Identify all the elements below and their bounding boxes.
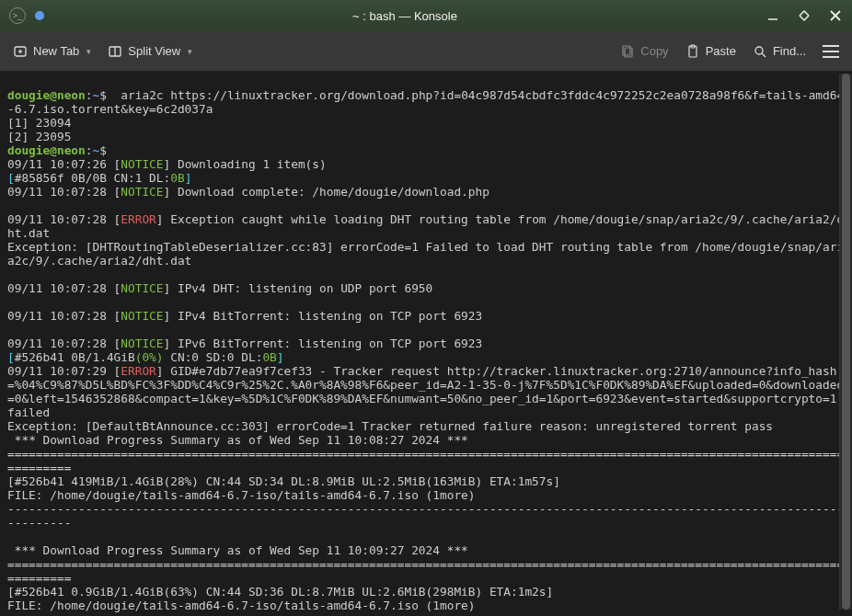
new-tab-button[interactable]: New Tab ▾ <box>13 44 91 59</box>
window-controls <box>766 8 843 23</box>
copy-icon <box>620 44 635 59</box>
terminal-area[interactable]: dougie@neon:~$ aria2c https://linuxtrack… <box>0 72 852 616</box>
prompt-user: dougie@neon <box>7 88 86 102</box>
exception-line: Exception: [DefaultBtAnnounce.cc:303] er… <box>7 419 773 433</box>
svg-line-13 <box>762 53 766 57</box>
prompt-user: dougie@neon <box>7 143 86 157</box>
toolbar: New Tab ▾ Split View ▾ Copy Paste <box>0 31 852 72</box>
copy-label: Copy <box>640 44 668 58</box>
error-tag: ERROR <box>121 212 156 226</box>
paste-icon <box>685 44 700 59</box>
notice-tag: NOTICE <box>121 337 163 350</box>
konsole-app-icon: >_ <box>9 7 26 24</box>
titlebar-left: >_ <box>9 7 44 24</box>
progress-stat: [#526b41 0.9GiB/1.4GiB(63%) CN:44 SD:36 … <box>7 585 553 599</box>
command-line: aria2c https://linuxtracker.org/download… <box>7 88 844 116</box>
notice-tag: NOTICE <box>121 309 163 323</box>
exception-line: Exception: [DHTRoutingTableDeserializer.… <box>7 240 844 268</box>
notice-tag: NOTICE <box>121 185 163 199</box>
new-tab-label: New Tab <box>33 44 79 58</box>
titlebar: >_ ~ : bash — Konsole <box>0 0 852 31</box>
divider-line: ----------------------------------------… <box>7 502 844 530</box>
error-tag: ERROR <box>121 364 156 378</box>
job-line: [2] 23095 <box>7 130 71 143</box>
copy-button[interactable]: Copy <box>620 44 668 59</box>
split-view-icon <box>108 44 122 59</box>
progress-summary-header: *** Download Progress Summary as of Wed … <box>7 543 476 557</box>
chevron-down-icon: ▾ <box>86 47 91 56</box>
vertical-scrollbar[interactable] <box>839 74 852 610</box>
file-line: FILE: /home/dougie/tails-amd64-6.7-iso/t… <box>7 488 476 502</box>
active-tab-indicator <box>35 11 44 20</box>
window-title: ~ : bash — Konsole <box>44 9 766 23</box>
progress-stat: [#526b41 419MiB/1.4GiB(28%) CN:44 SD:34 … <box>7 474 560 488</box>
chevron-down-icon: ▾ <box>188 47 192 56</box>
divider-line: ========================================… <box>7 447 844 474</box>
find-label: Find... <box>773 44 806 58</box>
find-button[interactable]: Find... <box>753 44 806 59</box>
progress-summary-header: *** Download Progress Summary as of Wed … <box>7 433 476 447</box>
maximize-button[interactable] <box>797 8 812 23</box>
split-view-button[interactable]: Split View ▾ <box>108 44 192 59</box>
divider-line: ========================================… <box>7 557 844 585</box>
file-line: FILE: /home/dougie/tails-amd64-6.7-iso/t… <box>7 599 476 612</box>
minimize-button[interactable] <box>766 8 780 23</box>
divider-line: ----------------------------------------… <box>7 612 844 616</box>
new-tab-icon <box>13 44 28 59</box>
job-line: [1] 23094 <box>7 116 71 130</box>
paste-label: Paste <box>706 44 736 58</box>
svg-point-12 <box>755 47 763 54</box>
hamburger-menu[interactable] <box>823 45 839 58</box>
close-button[interactable] <box>828 8 843 23</box>
search-icon <box>753 44 767 59</box>
split-view-label: Split View <box>128 44 180 58</box>
paste-button[interactable]: Paste <box>685 44 736 59</box>
scroll-thumb[interactable] <box>842 74 850 610</box>
notice-tag: NOTICE <box>121 281 163 295</box>
notice-tag: NOTICE <box>121 157 163 171</box>
